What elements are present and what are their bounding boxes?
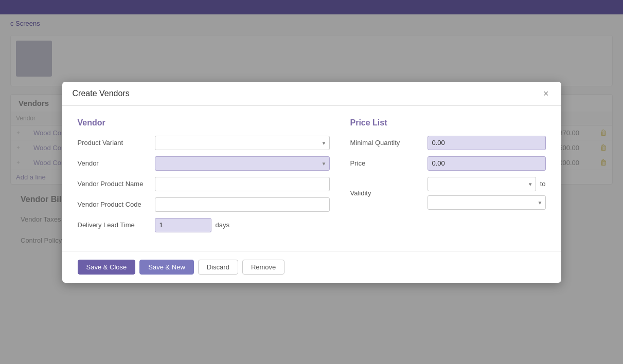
- vendor-section-heading: Vendor: [78, 118, 330, 128]
- vendor-section: Vendor Product Variant ▼ Vendor: [78, 118, 330, 239]
- vendor-product-name-row: Vendor Product Name: [78, 177, 330, 191]
- to-label: to: [540, 180, 546, 188]
- validity-from-select[interactable]: [428, 177, 536, 191]
- discard-button[interactable]: Discard: [198, 260, 238, 275]
- validity-label: Validity: [350, 189, 428, 197]
- modal-body: Vendor Product Variant ▼ Vendor: [62, 106, 561, 251]
- delivery-lead-time-input[interactable]: [155, 218, 211, 232]
- modal-overlay: Create Vendors × Vendor Product Variant …: [0, 0, 623, 364]
- modal-header: Create Vendors ×: [62, 82, 561, 106]
- price-input[interactable]: [428, 156, 546, 171]
- validity-controls: ▼ to ▼: [428, 177, 546, 210]
- validity-row: Validity ▼ to: [350, 177, 546, 210]
- price-section-heading: Price List: [350, 118, 546, 128]
- validity-to-select[interactable]: [428, 195, 546, 210]
- delivery-row-inner: days: [155, 218, 229, 232]
- vendor-wrapper: ▼: [155, 156, 330, 171]
- vendor-product-code-label: Vendor Product Code: [78, 201, 155, 208]
- price-label: Price: [350, 159, 428, 167]
- product-variant-row: Product Variant ▼: [78, 136, 330, 150]
- validity-second-row: ▼: [428, 195, 546, 210]
- product-variant-wrapper: ▼: [155, 136, 330, 150]
- minimal-quantity-label: Minimal Quantity: [350, 139, 428, 147]
- vendor-select[interactable]: [155, 156, 330, 171]
- validity-from-wrapper: ▼: [428, 177, 536, 191]
- vendor-product-name-label: Vendor Product Name: [78, 180, 155, 188]
- product-variant-select[interactable]: [155, 136, 330, 150]
- days-label: days: [216, 221, 229, 229]
- product-variant-label: Product Variant: [78, 139, 155, 147]
- price-row: Price: [350, 156, 546, 171]
- validity-first-row: ▼ to: [428, 177, 546, 191]
- modal-close-button[interactable]: ×: [541, 89, 551, 98]
- delivery-lead-time-label: Delivery Lead Time: [78, 221, 155, 229]
- delivery-lead-time-row: Delivery Lead Time days: [78, 218, 330, 232]
- vendor-product-name-input[interactable]: [155, 177, 330, 191]
- save-new-button[interactable]: Save & New: [139, 260, 194, 275]
- vendor-product-code-input[interactable]: [155, 197, 330, 212]
- modal-footer: Save & Close Save & New Discard Remove: [62, 251, 561, 283]
- vendor-product-code-row: Vendor Product Code: [78, 197, 330, 212]
- minimal-quantity-input[interactable]: [428, 136, 546, 150]
- price-section: Price List Minimal Quantity Price Validi…: [350, 118, 546, 239]
- modal-title: Create Vendors: [73, 89, 130, 98]
- validity-to-wrapper: ▼: [428, 195, 546, 210]
- vendor-label: Vendor: [78, 159, 155, 167]
- minimal-quantity-row: Minimal Quantity: [350, 136, 546, 150]
- remove-button[interactable]: Remove: [242, 260, 284, 275]
- vendor-row: Vendor ▼: [78, 156, 330, 171]
- create-vendors-modal: Create Vendors × Vendor Product Variant …: [62, 82, 561, 283]
- save-close-button[interactable]: Save & Close: [78, 260, 136, 275]
